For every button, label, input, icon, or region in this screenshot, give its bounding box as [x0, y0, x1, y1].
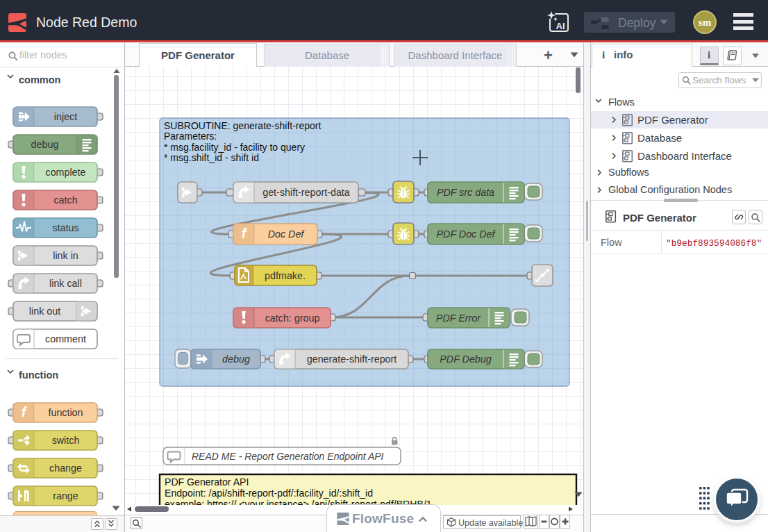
svg-text:link in: link in — [53, 250, 78, 261]
svg-text:function: function — [48, 407, 83, 418]
svg-text:inject: inject — [54, 111, 77, 122]
svg-text:Doc Def: Doc Def — [268, 228, 306, 240]
svg-text:switch: switch — [52, 435, 80, 446]
svg-text:PDF Generator API: PDF Generator API — [165, 476, 249, 488]
svg-text:debug: debug — [31, 139, 59, 150]
svg-text:PDF Error: PDF Error — [436, 313, 481, 324]
svg-text:debug: debug — [222, 354, 250, 365]
svg-text:PDF src data: PDF src data — [437, 187, 494, 198]
svg-text:range: range — [53, 490, 78, 501]
svg-text:AI: AI — [556, 21, 565, 31]
svg-text:comment: comment — [45, 333, 86, 344]
svg-text:pdfmake.: pdfmake. — [265, 270, 306, 281]
svg-text:catch: catch — [53, 194, 77, 206]
svg-text:generate-shift-report: generate-shift-report — [307, 354, 397, 365]
svg-text:link call: link call — [49, 278, 82, 289]
svg-text:Endpoint: /api/shift-report-pd: Endpoint: /api/shift-report-pdf/:facilit… — [165, 488, 373, 499]
svg-text:complete: complete — [45, 167, 85, 178]
svg-text:change: change — [49, 463, 82, 474]
svg-text:PDF Doc Def: PDF Doc Def — [437, 228, 496, 240]
svg-text:Parameters:: Parameters: — [164, 131, 217, 142]
svg-text:* msg.facility_id - facility t: * msg.facility_id - facility to query — [164, 142, 305, 153]
svg-text:status: status — [52, 222, 78, 233]
svg-text:* msg.shift_id - shift id: * msg.shift_id - shift id — [164, 152, 259, 163]
svg-text:PDF Debug: PDF Debug — [440, 354, 491, 365]
svg-text:link out: link out — [29, 306, 60, 317]
svg-text:get-shift-report-data: get-shift-report-data — [262, 187, 350, 198]
svg-text:catch: group: catch: group — [265, 313, 320, 324]
svg-text:READ ME - Report Generation En: READ ME - Report Generation Endpoint API — [192, 451, 384, 462]
svg-text:SUBROUTINE: generate-shift-rep: SUBROUTINE: generate-shift-report — [164, 120, 322, 131]
